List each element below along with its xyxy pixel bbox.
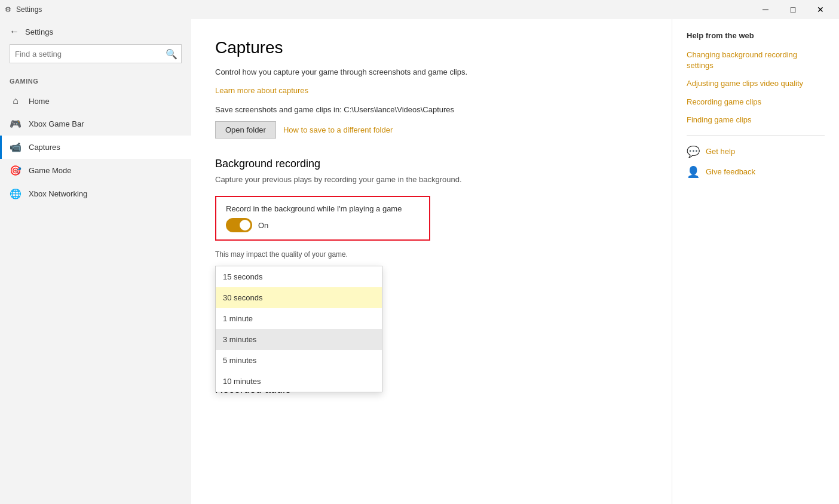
get-help-icon: 💬: [687, 145, 700, 158]
sidebar-item-label: Xbox Networking: [29, 189, 87, 198]
sidebar-item-label: Home: [29, 97, 50, 106]
maximize-button[interactable]: □: [779, 0, 807, 19]
help-link-2[interactable]: Recording game clips: [687, 97, 825, 107]
learn-more-link[interactable]: Learn more about captures: [215, 86, 308, 95]
title-bar-controls: ─ □ ✕: [752, 0, 834, 19]
sidebar-item-xbox-game-bar[interactable]: 🎮 Xbox Game Bar: [0, 112, 191, 136]
background-recording-desc: Capture your previous plays by recording…: [215, 175, 633, 184]
sidebar-item-xbox-networking[interactable]: 🌐 Xbox Networking: [0, 182, 191, 205]
page-desc: Control how you capture your game throug…: [215, 67, 633, 78]
dropdown-item-0[interactable]: 15 seconds: [216, 266, 382, 287]
give-feedback-label[interactable]: Give feedback: [706, 167, 755, 176]
toggle-on-label: On: [258, 221, 268, 230]
help-divider: [687, 135, 825, 136]
get-help-label[interactable]: Get help: [706, 147, 735, 156]
dropdown-item-4[interactable]: 5 minutes: [216, 350, 382, 371]
help-link-3[interactable]: Finding game clips: [687, 115, 825, 125]
minimize-button[interactable]: ─: [752, 0, 779, 19]
sidebar-back-button[interactable]: ← Settings: [0, 19, 191, 44]
background-recording-title: Background recording: [215, 158, 648, 170]
sidebar-item-captures[interactable]: 📹 Captures: [0, 136, 191, 159]
title-bar-left: ⚙ Settings: [5, 5, 42, 14]
dropdown-item-2[interactable]: 1 minute: [216, 308, 382, 329]
title-bar: ⚙ Settings ─ □ ✕: [0, 0, 839, 19]
sidebar-section-label: Gaming: [0, 73, 191, 90]
search-box[interactable]: 🔍: [10, 44, 182, 63]
captures-icon: 📹: [10, 142, 22, 153]
dropdown-item-5[interactable]: 10 minutes: [216, 371, 382, 392]
save-path-text: Save screenshots and game clips in: C:\U…: [215, 105, 648, 114]
toggle-switch-row: On: [226, 218, 420, 232]
background-recording-toggle-box: Record in the background while I'm playi…: [215, 196, 430, 241]
page-title: Captures: [215, 38, 648, 57]
toggle-label-text: Record in the background while I'm playi…: [226, 204, 420, 213]
sidebar-item-game-mode[interactable]: 🎯 Game Mode: [0, 159, 191, 182]
search-icon: 🔍: [162, 44, 181, 63]
game-mode-icon: 🎯: [10, 165, 22, 176]
sidebar-item-label: Captures: [29, 143, 60, 152]
right-panel: Help from the web Changing background re…: [672, 19, 839, 504]
give-feedback-icon: 👤: [687, 165, 700, 179]
help-link-1[interactable]: Adjusting game clips video quality: [687, 78, 825, 89]
settings-icon: ⚙: [5, 5, 11, 14]
sidebar-item-home[interactable]: ⌂ Home: [0, 90, 191, 112]
impact-text: This may impact the quality of your game…: [215, 250, 454, 259]
close-button[interactable]: ✕: [807, 0, 834, 19]
help-link-0[interactable]: Changing background recording settings: [687, 50, 825, 71]
open-folder-button[interactable]: Open folder: [215, 121, 276, 139]
help-from-web-title: Help from the web: [687, 31, 825, 40]
sidebar-item-label: Xbox Game Bar: [29, 119, 84, 128]
xbox-game-bar-icon: 🎮: [10, 118, 22, 130]
get-help-action[interactable]: 💬 Get help: [687, 145, 825, 158]
xbox-networking-icon: 🌐: [10, 188, 22, 199]
app-name: Settings: [16, 5, 42, 14]
main-content: Captures Control how you capture your ga…: [191, 19, 672, 504]
dropdown-item-1[interactable]: 30 seconds: [216, 287, 382, 308]
give-feedback-action[interactable]: 👤 Give feedback: [687, 165, 825, 179]
back-arrow-icon: ←: [10, 26, 19, 37]
home-icon: ⌂: [10, 96, 22, 106]
sidebar-item-label: Game Mode: [29, 166, 72, 175]
dropdown-item-3[interactable]: 3 minutes: [216, 329, 382, 350]
how-to-save-link[interactable]: How to save to a different folder: [283, 125, 393, 134]
background-recording-toggle[interactable]: [226, 218, 252, 232]
sidebar-back-label: Settings: [25, 27, 53, 36]
search-input[interactable]: [10, 50, 162, 59]
folder-row: Open folder How to save to a different f…: [215, 121, 648, 139]
sidebar: ← Settings 🔍 Gaming ⌂ Home 🎮 Xbox Game B…: [0, 19, 191, 504]
dropdown-list: 15 seconds 30 seconds 1 minute 3 minutes…: [215, 266, 382, 392]
app-body: ← Settings 🔍 Gaming ⌂ Home 🎮 Xbox Game B…: [0, 19, 839, 504]
